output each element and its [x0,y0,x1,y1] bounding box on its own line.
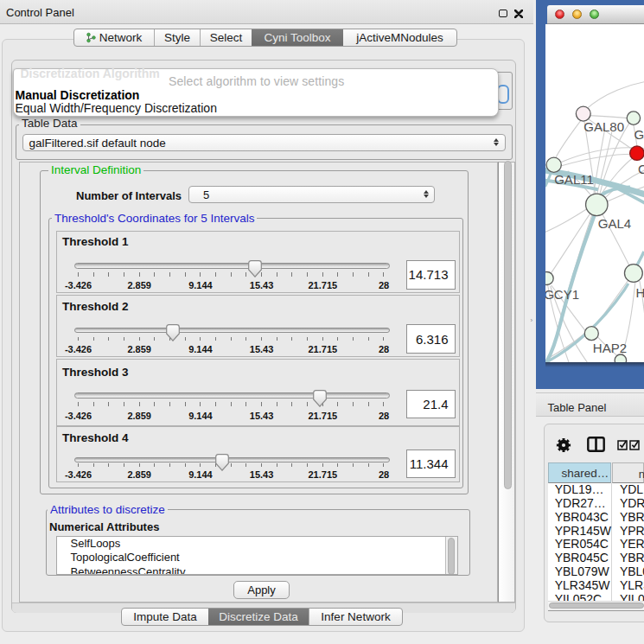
svg-text:HAP2: HAP2 [593,341,627,355]
svg-text:C: C [638,161,644,175]
svg-text:GAL4: GAL4 [598,215,631,230]
svg-text:GCY1: GCY1 [545,287,579,302]
svg-text:GA: GA [634,127,644,142]
svg-text:GAL11: GAL11 [555,172,595,187]
svg-text:GAL80: GAL80 [584,118,625,133]
svg-text:H: H [636,284,644,299]
